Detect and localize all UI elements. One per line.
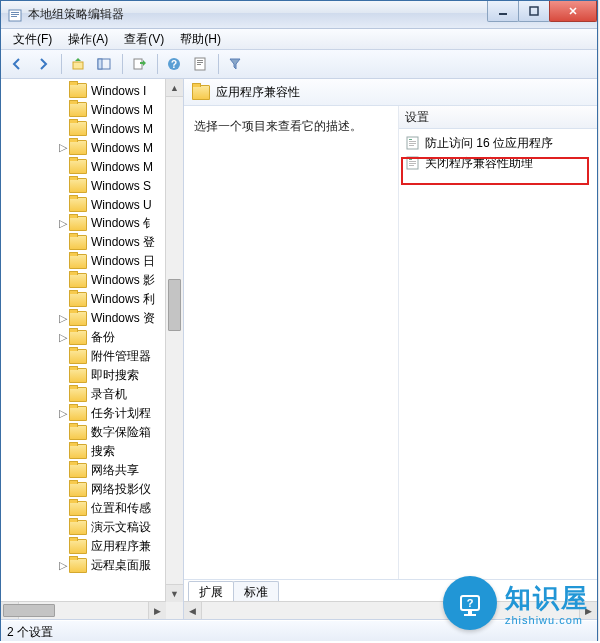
details-pane: 应用程序兼容性 选择一个项目来查看它的描述。 设置 防止访问 16 位应用程序关… <box>184 79 597 619</box>
description-text: 选择一个项目来查看它的描述。 <box>194 119 362 133</box>
scroll-up-button[interactable]: ▲ <box>166 79 183 97</box>
tree-node-label: Windows M <box>91 160 153 174</box>
tree-node[interactable]: 搜索 <box>1 442 183 461</box>
folder-icon <box>192 85 210 100</box>
tree-node-label: 应用程序兼 <box>91 538 151 555</box>
tree-node[interactable]: Windows M <box>1 119 183 138</box>
tab-standard[interactable]: 标准 <box>233 581 279 602</box>
tree-hscrollbar[interactable]: ◀ ▶ <box>1 601 166 619</box>
tree-node-label: Windows U <box>91 198 152 212</box>
tree-node[interactable]: Windows 日 <box>1 252 183 271</box>
tree-node-label: Windows 资 <box>91 310 155 327</box>
folder-icon <box>69 273 87 288</box>
tree-node[interactable]: 录音机 <box>1 385 183 404</box>
maximize-button[interactable] <box>518 1 550 22</box>
folder-icon <box>69 387 87 402</box>
svg-rect-0 <box>9 10 21 21</box>
export-button[interactable] <box>127 52 151 76</box>
details-header: 应用程序兼容性 <box>184 79 597 106</box>
tree-node[interactable]: Windows 登 <box>1 233 183 252</box>
tree-node-label: Windows 利 <box>91 291 155 308</box>
minimize-button[interactable] <box>487 1 519 22</box>
tree-node[interactable]: 演示文稿设 <box>1 518 183 537</box>
tree-vscrollbar[interactable]: ▲ ▼ <box>165 79 183 602</box>
tree-view[interactable]: Windows IWindows MWindows M▷Windows MWin… <box>1 79 183 577</box>
setting-item[interactable]: 关闭程序兼容性助理 <box>403 153 593 173</box>
expand-icon[interactable]: ▷ <box>57 141 69 154</box>
tree-node-label: Windows 钅 <box>91 215 155 232</box>
folder-icon <box>69 558 87 573</box>
tree-node[interactable]: ▷Windows 钅 <box>1 214 183 233</box>
menu-file[interactable]: 文件(F) <box>5 29 60 50</box>
svg-rect-27 <box>468 610 472 614</box>
titlebar: 本地组策略编辑器 <box>1 1 597 29</box>
scroll-right-button[interactable]: ▶ <box>148 602 166 619</box>
svg-rect-8 <box>98 59 102 69</box>
tab-extended[interactable]: 扩展 <box>188 581 234 603</box>
tree-node[interactable]: 即时搜索 <box>1 366 183 385</box>
tree-node[interactable]: Windows 影 <box>1 271 183 290</box>
tree-node[interactable]: Windows S <box>1 176 183 195</box>
menu-help[interactable]: 帮助(H) <box>172 29 229 50</box>
svg-rect-14 <box>197 62 203 63</box>
svg-rect-18 <box>409 141 416 142</box>
tree-node-label: 演示文稿设 <box>91 519 151 536</box>
tree-node[interactable]: Windows I <box>1 81 183 100</box>
expand-icon[interactable]: ▷ <box>57 559 69 572</box>
tree-node[interactable]: Windows M <box>1 100 183 119</box>
menu-view[interactable]: 查看(V) <box>116 29 172 50</box>
properties-button[interactable] <box>188 52 212 76</box>
tree-node-label: Windows M <box>91 141 153 155</box>
tree-node[interactable]: ▷远程桌面服 <box>1 556 183 575</box>
svg-rect-17 <box>409 139 412 140</box>
tree-node[interactable]: ▷任务计划程 <box>1 404 183 423</box>
tree-node[interactable]: 数字保险箱 <box>1 423 183 442</box>
close-button[interactable] <box>549 1 597 22</box>
tree-node[interactable]: ▷Windows M <box>1 138 183 157</box>
tree-node[interactable]: 附件管理器 <box>1 347 183 366</box>
hscroll-thumb[interactable] <box>3 604 55 617</box>
tree-node[interactable]: Windows 利 <box>1 290 183 309</box>
show-hide-tree-button[interactable] <box>92 52 116 76</box>
svg-rect-20 <box>409 145 414 146</box>
menu-action[interactable]: 操作(A) <box>60 29 116 50</box>
tree-node-label: 附件管理器 <box>91 348 151 365</box>
folder-icon <box>69 463 87 478</box>
tree-node-label: 位置和传感 <box>91 500 151 517</box>
status-text: 2 个设置 <box>7 624 53 641</box>
tree-node[interactable]: 网络共享 <box>1 461 183 480</box>
up-button[interactable] <box>66 52 90 76</box>
tree-node[interactable]: 应用程序兼 <box>1 537 183 556</box>
vscroll-thumb[interactable] <box>168 279 181 331</box>
filter-button[interactable] <box>223 52 247 76</box>
tree-node[interactable]: Windows U <box>1 195 183 214</box>
expand-icon[interactable]: ▷ <box>57 331 69 344</box>
scroll-down-button[interactable]: ▼ <box>166 584 183 602</box>
tree-node-label: Windows 登 <box>91 234 155 251</box>
scroll-left-button[interactable]: ◀ <box>184 602 202 619</box>
folder-icon <box>69 292 87 307</box>
tree-node[interactable]: 网络投影仪 <box>1 480 183 499</box>
tree-node[interactable]: ▷Windows 资 <box>1 309 183 328</box>
setting-item[interactable]: 防止访问 16 位应用程序 <box>403 133 593 153</box>
tree-node[interactable]: ▷备份 <box>1 328 183 347</box>
svg-rect-2 <box>11 14 19 15</box>
folder-icon <box>69 140 87 155</box>
settings-list[interactable]: 防止访问 16 位应用程序关闭程序兼容性助理 <box>399 129 597 579</box>
svg-rect-4 <box>499 13 507 15</box>
expand-icon[interactable]: ▷ <box>57 407 69 420</box>
column-header-setting[interactable]: 设置 <box>399 106 597 129</box>
expand-icon[interactable]: ▷ <box>57 217 69 230</box>
tree-node[interactable]: Windows M <box>1 157 183 176</box>
folder-icon <box>69 102 87 117</box>
forward-button[interactable] <box>31 52 55 76</box>
tree-node-label: Windows S <box>91 179 151 193</box>
folder-icon <box>69 83 87 98</box>
app-icon <box>7 7 23 23</box>
tree-node[interactable]: 位置和传感 <box>1 499 183 518</box>
back-button[interactable] <box>5 52 29 76</box>
expand-icon[interactable]: ▷ <box>57 312 69 325</box>
folder-icon <box>69 368 87 383</box>
help-button[interactable]: ? <box>162 52 186 76</box>
folder-icon <box>69 539 87 554</box>
